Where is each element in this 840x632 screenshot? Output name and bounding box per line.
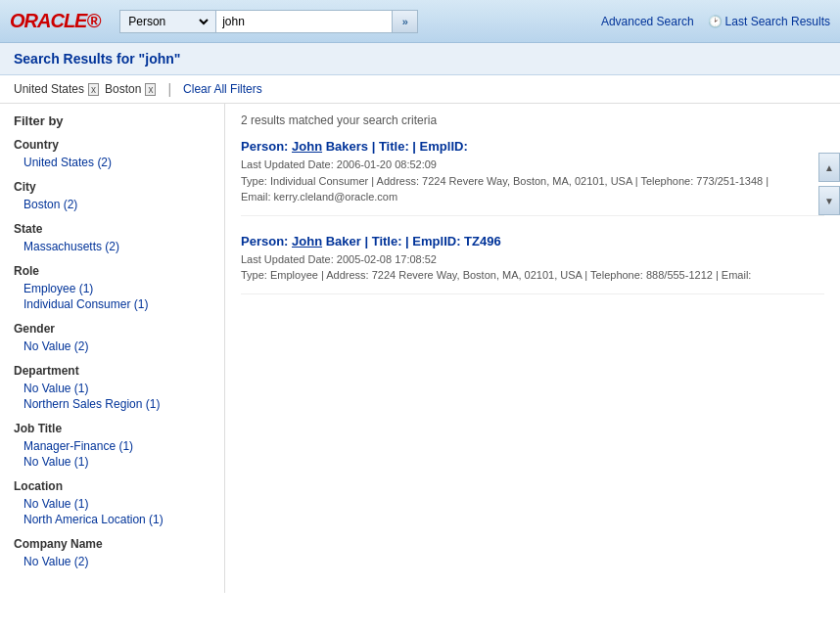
- filter-section-title-city: City: [14, 180, 210, 194]
- scroll-down-button[interactable]: ▼: [818, 186, 840, 215]
- page-title: Search Results for "john": [14, 51, 826, 67]
- filter-section-title-location: Location: [14, 479, 210, 493]
- scroll-up-button[interactable]: ▲: [818, 153, 840, 182]
- search-go-button[interactable]: »: [393, 10, 418, 33]
- sidebar: Filter by Country United States (2) City…: [0, 104, 225, 593]
- result-item-1: Person: John Bakers | Title: | EmplID: L…: [241, 139, 824, 216]
- result-title-1[interactable]: Person: John Bakers | Title: | EmplID:: [241, 139, 468, 154]
- filter-section-gender: Gender No Value (2): [14, 322, 210, 354]
- filter-by-title: Filter by: [14, 113, 210, 128]
- last-search-results-link[interactable]: 🕑 Last Search Results: [708, 15, 830, 28]
- result-title-2[interactable]: Person: John Baker | Title: | EmplID: TZ…: [241, 234, 501, 248]
- result-meta-2: Last Updated Date: 2005-02-08 17:08:52 T…: [241, 251, 824, 284]
- filter-section-job-title: Job Title Manager-Finance (1) No Value (…: [14, 422, 210, 470]
- clock-icon: 🕑: [708, 15, 723, 28]
- filter-section-title-department: Department: [14, 364, 210, 378]
- advanced-search-link[interactable]: Advanced Search: [601, 15, 694, 28]
- filter-divider: |: [167, 81, 171, 97]
- filter-item-united-states[interactable]: United States (2): [14, 155, 210, 170]
- filter-item-boston[interactable]: Boston (2): [14, 197, 210, 212]
- main-content: Filter by Country United States (2) City…: [0, 104, 840, 593]
- filter-section-city: City Boston (2): [14, 180, 210, 212]
- filter-section-location: Location No Value (1) North America Loca…: [14, 479, 210, 527]
- results-count: 2 results matched your search criteria: [241, 113, 824, 127]
- search-type-dropdown[interactable]: Person Organization Place: [124, 14, 211, 29]
- filter-section-title-company-name: Company Name: [14, 537, 210, 551]
- filter-section-country: Country United States (2): [14, 138, 210, 170]
- result-highlight-1: John: [292, 139, 322, 154]
- clear-all-filters-link[interactable]: Clear All Filters: [183, 82, 262, 96]
- page-title-bar: Search Results for "john": [0, 43, 840, 75]
- filter-item-north-america-location[interactable]: North America Location (1): [14, 512, 210, 527]
- filter-item-dept-no-value[interactable]: No Value (1): [14, 381, 210, 396]
- filter-item-gender-no-value[interactable]: No Value (2): [14, 339, 210, 354]
- result-meta-1: Last Updated Date: 2006-01-20 08:52:09 T…: [241, 157, 824, 205]
- filter-tag-united-states: United States x: [14, 82, 99, 96]
- filter-item-jobtitle-no-value[interactable]: No Value (1): [14, 454, 210, 470]
- scroll-buttons: ▲ ▼: [818, 153, 840, 215]
- filter-tag-boston: Boston x: [105, 82, 156, 96]
- filter-section-role: Role Employee (1) Individual Consumer (1…: [14, 264, 210, 312]
- header-links: Advanced Search 🕑 Last Search Results: [601, 15, 830, 28]
- header: ORACLE® Person Organization Place » Adva…: [0, 0, 840, 43]
- filter-item-manager-finance[interactable]: Manager-Finance (1): [14, 438, 210, 454]
- filter-section-title-job-title: Job Title: [14, 422, 210, 435]
- remove-filter-boston[interactable]: x: [145, 83, 156, 96]
- filter-item-company-no-value[interactable]: No Value (2): [14, 554, 210, 569]
- filter-item-individual-consumer[interactable]: Individual Consumer (1): [14, 296, 210, 312]
- result-highlight-2: John: [292, 234, 322, 248]
- results-panel: 2 results matched your search criteria P…: [225, 104, 840, 593]
- search-input[interactable]: [216, 10, 393, 33]
- filter-tags: United States x Boston x | Clear All Fil…: [0, 75, 840, 104]
- remove-filter-united-states[interactable]: x: [88, 83, 99, 96]
- filter-item-employee[interactable]: Employee (1): [14, 281, 210, 296]
- oracle-logo: ORACLE®: [10, 10, 100, 32]
- filter-item-location-no-value[interactable]: No Value (1): [14, 496, 210, 512]
- filter-section-title-state: State: [14, 222, 210, 236]
- search-bar: Person Organization Place »: [119, 10, 585, 33]
- filter-section-title-gender: Gender: [14, 322, 210, 336]
- filter-section-company-name: Company Name No Value (2): [14, 537, 210, 569]
- result-item-2: Person: John Baker | Title: | EmplID: TZ…: [241, 234, 824, 294]
- filter-item-massachusetts[interactable]: Massachusetts (2): [14, 239, 210, 254]
- filter-item-northern-sales-region[interactable]: Northern Sales Region (1): [14, 396, 210, 412]
- filter-section-title-role: Role: [14, 264, 210, 278]
- filter-section-state: State Massachusetts (2): [14, 222, 210, 254]
- filter-section-department: Department No Value (1) Northern Sales R…: [14, 364, 210, 412]
- filter-section-title-country: Country: [14, 138, 210, 152]
- search-type-select[interactable]: Person Organization Place: [119, 10, 216, 33]
